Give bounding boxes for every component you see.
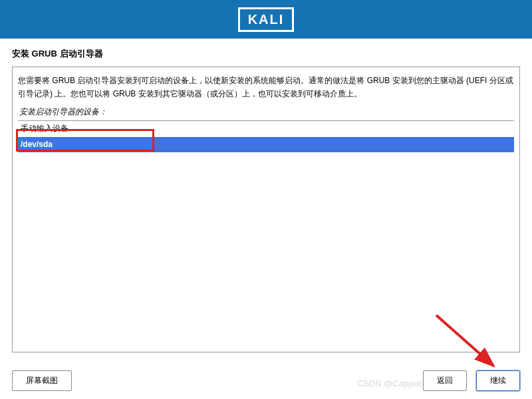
device-list: 手动输入设备 /dev/sda: [18, 120, 514, 152]
nav-button-group: 返回 继续: [423, 370, 520, 391]
instruction-text: 您需要将 GRUB 启动引导器安装到可启动的设备上，以使新安装的系统能够启动。通…: [18, 74, 514, 101]
footer-bar: 屏幕截图 返回 继续: [0, 370, 532, 391]
back-button[interactable]: 返回: [423, 370, 467, 391]
option-dev-sda[interactable]: /dev/sda: [18, 137, 514, 152]
device-field-label: 安装启动引导器的设备：: [18, 106, 514, 118]
continue-button[interactable]: 继续: [476, 370, 520, 391]
installer-header: KALI: [0, 0, 532, 39]
content-panel: 您需要将 GRUB 启动引导器安装到可启动的设备上，以使新安装的系统能够启动。通…: [12, 66, 520, 352]
option-manual-entry[interactable]: 手动输入设备: [18, 121, 514, 137]
kali-logo: KALI: [238, 7, 295, 32]
screenshot-button[interactable]: 屏幕截图: [12, 370, 72, 391]
page-title: 安装 GRUB 启动引导器: [0, 39, 532, 66]
